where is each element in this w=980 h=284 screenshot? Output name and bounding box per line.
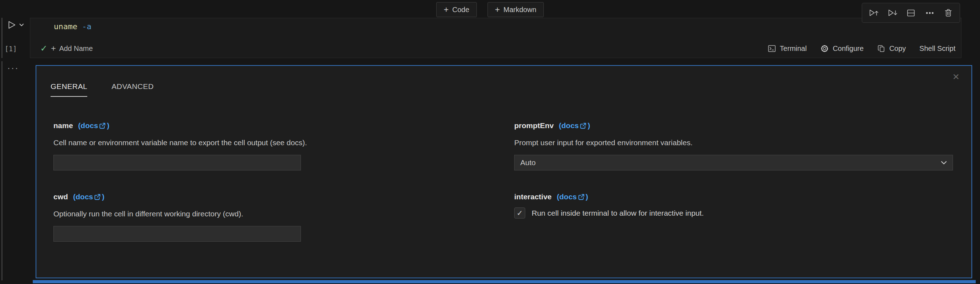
cwd-label: cwd bbox=[53, 192, 68, 201]
execution-count: [1] bbox=[5, 45, 17, 53]
interactive-checkbox-row: ✓ Run cell inside terminal to allow for … bbox=[514, 208, 704, 219]
configure-label: Configure bbox=[832, 44, 864, 53]
field-name: name (docs ) bbox=[53, 121, 109, 130]
cwd-description: Optionally run the cell in different wor… bbox=[53, 209, 243, 218]
trash-icon bbox=[943, 8, 953, 18]
code-editor[interactable]: uname-a bbox=[54, 22, 92, 31]
name-description: Cell name or environment variable name t… bbox=[53, 138, 307, 147]
add-name-button[interactable]: + Add Name bbox=[51, 44, 93, 53]
language-label: Shell Script bbox=[920, 44, 955, 53]
name-input[interactable] bbox=[53, 155, 301, 170]
execute-above-button[interactable] bbox=[866, 6, 881, 20]
external-link-icon bbox=[580, 122, 587, 129]
execute-below-button[interactable] bbox=[885, 6, 899, 20]
cell-focus-bar bbox=[2, 18, 3, 58]
external-link-icon bbox=[94, 194, 101, 200]
selected-option: Auto bbox=[520, 159, 536, 167]
cell-more-actions[interactable]: ··· bbox=[7, 63, 19, 74]
cell-status-bar: ✓ + Add Name Terminal bbox=[30, 39, 961, 58]
configure-button[interactable]: Configure bbox=[820, 44, 864, 53]
docs-link-text: (docs bbox=[73, 192, 93, 201]
plus-icon: + bbox=[51, 44, 56, 53]
terminal-label: Terminal bbox=[780, 44, 807, 53]
panel-tabs: GENERAL ADVANCED bbox=[51, 82, 154, 97]
run-cell-button[interactable] bbox=[6, 19, 24, 31]
docs-link-text: (docs bbox=[559, 121, 579, 130]
success-check-icon: ✓ bbox=[40, 44, 47, 53]
docs-link-text: ) bbox=[586, 192, 588, 201]
close-icon[interactable]: × bbox=[953, 71, 959, 82]
external-link-icon bbox=[99, 122, 106, 129]
terminal-icon bbox=[767, 44, 776, 53]
tab-advanced[interactable]: ADVANCED bbox=[111, 82, 153, 97]
status-right: Terminal Configure Copy bbox=[767, 44, 955, 53]
notebook-editor: + Code + Markdown bbox=[0, 0, 980, 284]
plus-icon: + bbox=[495, 5, 500, 14]
name-label: name bbox=[53, 121, 73, 130]
interactive-docs-link[interactable]: (docs ) bbox=[557, 192, 588, 201]
cell-selection-accent-bar bbox=[33, 280, 976, 283]
delete-cell-button[interactable] bbox=[941, 6, 955, 20]
cwd-docs-link[interactable]: (docs ) bbox=[73, 192, 104, 201]
prompt-env-select[interactable]: Auto bbox=[514, 155, 953, 170]
prompt-env-description: Prompt user input for exported environme… bbox=[514, 138, 693, 147]
docs-link-text: (docs bbox=[78, 121, 98, 130]
language-selector[interactable]: Shell Script bbox=[920, 44, 955, 53]
interactive-label: interactive bbox=[514, 192, 552, 201]
play-down-icon bbox=[887, 8, 898, 18]
prompt-env-docs-link[interactable]: (docs ) bbox=[559, 121, 590, 130]
external-link-icon bbox=[578, 194, 585, 200]
play-up-icon bbox=[868, 8, 879, 18]
interactive-checkbox[interactable]: ✓ bbox=[514, 208, 525, 219]
gear-icon bbox=[820, 44, 829, 53]
add-markdown-label: Markdown bbox=[504, 6, 536, 14]
status-left: ✓ + Add Name bbox=[40, 44, 93, 53]
docs-link-text: ) bbox=[107, 121, 109, 130]
docs-link-text: ) bbox=[102, 192, 104, 201]
field-prompt-env: promptEnv (docs ) bbox=[514, 121, 590, 130]
prompt-env-label: promptEnv bbox=[514, 121, 554, 130]
code-cell: uname-a ✓ + Add Name Terminal bbox=[30, 18, 961, 58]
more-actions-button[interactable] bbox=[923, 6, 937, 20]
cell-action-toolbar bbox=[862, 3, 960, 23]
terminal-button[interactable]: Terminal bbox=[767, 44, 807, 53]
docs-link-text: ) bbox=[587, 121, 590, 130]
chevron-down-icon bbox=[941, 161, 947, 165]
split-cell-button[interactable] bbox=[904, 6, 918, 20]
code-command: uname bbox=[54, 22, 77, 31]
cell-configure-panel: × GENERAL ADVANCED name (docs ) Cell nam… bbox=[36, 65, 972, 278]
copy-button[interactable]: Copy bbox=[877, 44, 906, 53]
field-cwd: cwd (docs ) bbox=[53, 192, 104, 201]
check-icon: ✓ bbox=[517, 209, 523, 217]
split-cell-icon bbox=[906, 8, 916, 18]
tab-general[interactable]: GENERAL bbox=[51, 82, 87, 97]
field-interactive: interactive (docs ) bbox=[514, 192, 588, 201]
copy-label: Copy bbox=[889, 44, 906, 53]
name-docs-link[interactable]: (docs ) bbox=[78, 121, 109, 130]
code-flag: -a bbox=[82, 22, 92, 31]
add-name-label: Add Name bbox=[59, 44, 93, 53]
cwd-input[interactable] bbox=[53, 226, 301, 242]
interactive-checkbox-label: Run cell inside terminal to allow for in… bbox=[532, 209, 704, 217]
plus-icon: + bbox=[444, 5, 449, 14]
copy-icon bbox=[877, 44, 886, 53]
docs-link-text: (docs bbox=[557, 192, 577, 201]
play-icon bbox=[6, 19, 17, 31]
panel-focus-bar bbox=[2, 61, 3, 281]
add-markdown-cell-button[interactable]: + Markdown bbox=[487, 2, 544, 17]
ellipsis-icon bbox=[925, 8, 935, 18]
notebook-toolbar: + Code + Markdown bbox=[0, 0, 980, 18]
chevron-down-icon bbox=[19, 24, 24, 27]
add-code-cell-button[interactable]: + Code bbox=[436, 2, 477, 17]
add-code-label: Code bbox=[452, 6, 469, 14]
